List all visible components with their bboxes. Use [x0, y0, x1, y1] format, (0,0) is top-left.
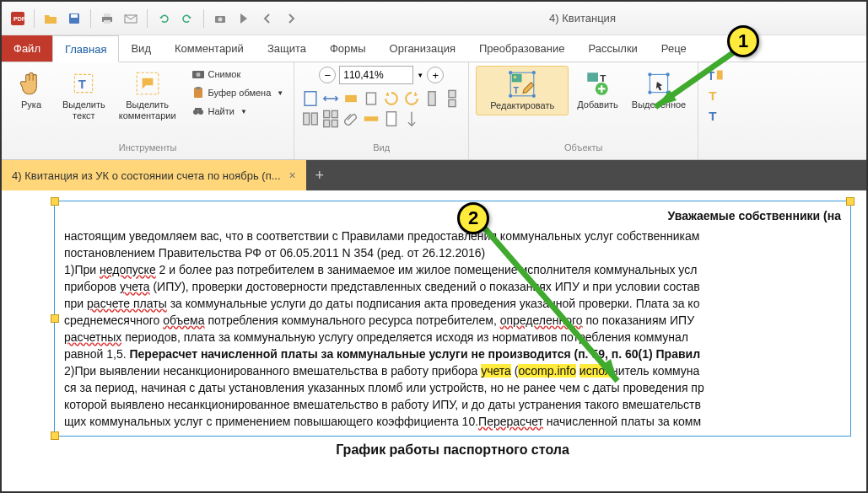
svg-rect-31: [332, 120, 338, 126]
page-next-icon[interactable]: [280, 8, 302, 29]
tab-organize[interactable]: Организация: [378, 35, 467, 62]
zoom-in-button[interactable]: +: [427, 67, 444, 83]
svg-rect-21: [345, 95, 357, 102]
page-nav-icon[interactable]: [233, 8, 255, 29]
svg-point-46: [648, 72, 651, 76]
print-icon[interactable]: [96, 8, 118, 29]
reflow-icon[interactable]: [362, 89, 380, 108]
svg-rect-42: [587, 72, 598, 82]
save-icon[interactable]: [63, 8, 85, 29]
find-button[interactable]: Найти▼: [188, 103, 288, 120]
zoom-dropdown-icon[interactable]: ▼: [417, 72, 423, 79]
hand-tool-button[interactable]: Рука: [8, 66, 54, 114]
tab-forms[interactable]: Формы: [318, 35, 378, 62]
select-comments-button[interactable]: Выделить комментарии: [114, 66, 181, 125]
fit-visible-icon[interactable]: [342, 89, 360, 108]
selected-icon: [644, 69, 673, 98]
zoom-out-button[interactable]: −: [319, 67, 336, 83]
facing-icon[interactable]: [301, 110, 320, 128]
tab-comment[interactable]: Комментарий: [163, 35, 256, 62]
tab-file[interactable]: Файл: [2, 35, 52, 62]
svg-point-9: [218, 17, 223, 21]
schedule-heading: График работы паспортного стола: [64, 442, 841, 458]
svg-rect-3: [71, 14, 78, 18]
continuous-icon[interactable]: [443, 89, 461, 108]
svg-text:T: T: [600, 72, 606, 83]
tab-mail[interactable]: Рассылки: [576, 35, 649, 62]
add-tab-button[interactable]: +: [306, 160, 333, 190]
svg-rect-20: [305, 92, 316, 106]
svg-rect-23: [429, 92, 435, 106]
ribbon-misc-3[interactable]: T: [705, 106, 724, 125]
tab-view[interactable]: Вид: [119, 35, 163, 62]
svg-rect-32: [364, 116, 379, 121]
undo-icon[interactable]: [153, 8, 175, 29]
add-button[interactable]: T Добавить: [572, 66, 623, 114]
redo-icon[interactable]: [176, 8, 198, 29]
autoscroll-icon[interactable]: [402, 110, 421, 128]
zoom-input[interactable]: [339, 66, 413, 84]
page-icon[interactable]: [382, 110, 401, 128]
ribbon-misc-2[interactable]: T: [705, 86, 724, 104]
fit-page-icon[interactable]: [301, 89, 320, 108]
hand-icon: [17, 69, 46, 98]
svg-text:T: T: [78, 78, 86, 91]
svg-rect-26: [304, 113, 310, 125]
svg-rect-34: [513, 74, 522, 82]
svg-rect-33: [387, 112, 396, 126]
edit-icon: T: [508, 70, 536, 99]
svg-rect-51: [717, 71, 723, 80]
fit-width-icon[interactable]: [321, 89, 340, 108]
handle-top-right[interactable]: [846, 197, 855, 206]
page-prev-icon[interactable]: [256, 8, 278, 29]
close-icon[interactable]: ×: [289, 169, 296, 182]
svg-text:T: T: [709, 88, 717, 103]
clipboard-button[interactable]: Буфер обмена▼: [188, 84, 288, 101]
select-comments-label: Выделить комментарии: [119, 99, 176, 121]
svg-rect-22: [367, 93, 376, 104]
svg-text:T: T: [514, 85, 520, 95]
select-text-button[interactable]: T Выделить текст: [57, 66, 111, 125]
select-text-icon: T: [69, 69, 98, 98]
open-icon[interactable]: [40, 8, 62, 29]
document-tab-title: 4) Квитанция из УК о состоянии счета по …: [12, 169, 281, 182]
svg-point-35: [514, 76, 516, 78]
tab-review[interactable]: Реце: [650, 35, 698, 62]
ribbon-misc-1[interactable]: T: [705, 66, 724, 84]
svg-point-38: [509, 71, 512, 74]
svg-rect-6: [104, 20, 111, 24]
svg-rect-16: [196, 87, 201, 89]
svg-text:T: T: [708, 70, 715, 83]
cont-facing-icon[interactable]: [321, 110, 340, 128]
snapshot-label: Снимок: [208, 69, 241, 79]
svg-rect-25: [449, 99, 456, 106]
edit-button[interactable]: T Редактировать: [476, 66, 569, 115]
rotate-left-icon[interactable]: [382, 89, 401, 108]
email-icon[interactable]: [120, 8, 142, 29]
handle-bottom-left[interactable]: [51, 431, 59, 440]
handle-mid-left[interactable]: [51, 314, 59, 323]
single-page-icon[interactable]: [423, 89, 441, 108]
document-tab-active[interactable]: 4) Квитанция из УК о состоянии счета по …: [2, 160, 306, 190]
svg-point-41: [532, 94, 536, 98]
tab-convert[interactable]: Преобразование: [467, 35, 577, 62]
svg-point-49: [666, 91, 670, 94]
ribbon-group-partial: T T T: [698, 62, 731, 159]
attachment-icon[interactable]: [342, 110, 360, 128]
svg-rect-30: [324, 120, 330, 126]
rotate-right-icon[interactable]: [402, 89, 421, 108]
binoculars-icon: [191, 104, 205, 118]
tab-home[interactable]: Главная: [52, 35, 119, 62]
selected-button[interactable]: Выделенное: [627, 66, 691, 114]
clipboard-icon: [191, 86, 205, 99]
window-title: 4) Квитанция: [304, 12, 861, 24]
camera-icon[interactable]: [209, 8, 231, 29]
handle-top-left[interactable]: [51, 197, 59, 206]
svg-rect-27: [312, 113, 318, 125]
snapshot-button[interactable]: Снимок: [188, 66, 288, 83]
objects-group-label: Объекты: [476, 142, 691, 158]
ruler-icon[interactable]: [362, 110, 380, 128]
tab-protect[interactable]: Защита: [256, 35, 318, 62]
svg-point-14: [196, 72, 200, 77]
selection-frame[interactable]: [54, 201, 851, 437]
